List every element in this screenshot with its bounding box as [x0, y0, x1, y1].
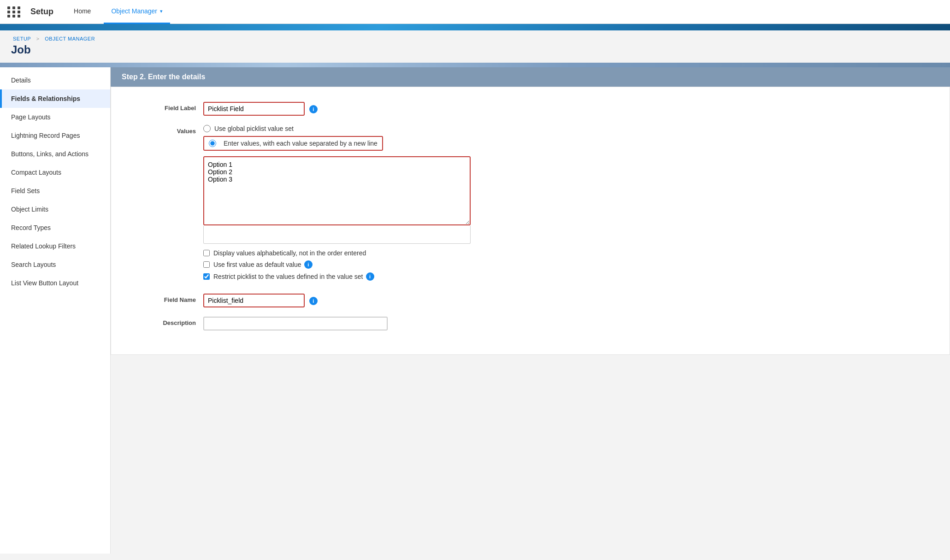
field-label-label: Field Label: [130, 102, 203, 112]
sidebar-item-buttons-links-actions[interactable]: Buttons, Links, and Actions: [0, 145, 110, 163]
description-input[interactable]: [203, 317, 388, 330]
sidebar-item-search-layouts[interactable]: Search Layouts: [0, 255, 110, 274]
sidebar-item-list-view-button-layout[interactable]: List View Button Layout: [0, 274, 110, 292]
description-row: Description: [130, 317, 931, 330]
checkbox-restrict-picklist-input[interactable]: [203, 273, 210, 280]
app-name: Setup: [30, 7, 53, 17]
checkbox-restrict-picklist[interactable]: Restrict picklist to the values defined …: [203, 272, 931, 281]
sub-banner: [0, 63, 950, 67]
top-banner: [0, 24, 950, 30]
app-launcher-icon[interactable]: [7, 6, 21, 18]
radio-enter-values[interactable]: [209, 140, 216, 147]
sidebar-item-details[interactable]: Details: [0, 71, 110, 89]
sidebar-item-compact-layouts[interactable]: Compact Layouts: [0, 163, 110, 182]
field-name-input[interactable]: [203, 294, 305, 307]
step-header: Step 2. Enter the details: [111, 67, 950, 87]
sidebar-item-related-lookup-filters[interactable]: Related Lookup Filters: [0, 237, 110, 255]
radio-selected-container: Enter values, with each value separated …: [203, 136, 383, 151]
nav-tab-home[interactable]: Home: [66, 0, 98, 24]
checkbox-restrict-picklist-info-icon[interactable]: i: [366, 272, 374, 281]
field-label-input[interactable]: [203, 102, 305, 116]
radio-option-global-picklist[interactable]: Use global picklist value set: [203, 125, 931, 132]
breadcrumb: SETUP > OBJECT MANAGER: [11, 36, 939, 41]
field-name-info-icon[interactable]: i: [309, 297, 318, 305]
checkbox-alphabetical-input[interactable]: [203, 250, 210, 256]
field-label-info-icon[interactable]: i: [309, 105, 318, 113]
checkbox-first-default[interactable]: Use first value as default value i: [203, 260, 931, 269]
form-area: Field Label i Values Use global picklist…: [111, 87, 950, 355]
radio-option-enter-values[interactable]: Enter values, with each value separated …: [203, 136, 931, 151]
chevron-down-icon: ▾: [160, 8, 163, 14]
sidebar-item-object-limits[interactable]: Object Limits: [0, 200, 110, 218]
sidebar-item-field-sets[interactable]: Field Sets: [0, 182, 110, 200]
checkbox-options: Display values alphabetically, not in th…: [203, 249, 931, 281]
picklist-textarea-extension: [203, 225, 471, 244]
main-layout: Details Fields & Relationships Page Layo…: [0, 67, 950, 554]
checkbox-first-default-info-icon[interactable]: i: [304, 260, 313, 269]
checkbox-alphabetical[interactable]: Display values alphabetically, not in th…: [203, 249, 931, 257]
picklist-values-textarea[interactable]: Option 1 Option 2 Option 3: [203, 156, 471, 225]
field-name-control: i: [203, 294, 931, 307]
field-name-label: Field Name: [130, 294, 203, 303]
content-area: Step 2. Enter the details Field Label i …: [111, 67, 950, 554]
top-navigation: Setup Home Object Manager ▾: [0, 0, 950, 24]
description-label: Description: [130, 317, 203, 326]
page-title: Job: [11, 43, 939, 56]
checkbox-first-default-input[interactable]: [203, 261, 210, 268]
breadcrumb-area: SETUP > OBJECT MANAGER Job: [0, 30, 950, 63]
values-row: Values Use global picklist value set Ent…: [130, 125, 931, 284]
sidebar: Details Fields & Relationships Page Layo…: [0, 67, 111, 554]
values-label: Values: [130, 125, 203, 135]
field-name-row: Field Name i: [130, 294, 931, 307]
values-control: Use global picklist value set Enter valu…: [203, 125, 931, 284]
sidebar-item-page-layouts[interactable]: Page Layouts: [0, 108, 110, 126]
field-label-control: i: [203, 102, 931, 116]
field-label-row: Field Label i: [130, 102, 931, 116]
nav-tab-object-manager[interactable]: Object Manager ▾: [104, 0, 170, 24]
description-control: [203, 317, 931, 330]
sidebar-item-record-types[interactable]: Record Types: [0, 218, 110, 237]
picklist-textarea-container: Option 1 Option 2 Option 3: [203, 156, 931, 244]
sidebar-item-fields-relationships[interactable]: Fields & Relationships: [0, 89, 110, 108]
sidebar-item-lightning-record-pages[interactable]: Lightning Record Pages: [0, 126, 110, 145]
radio-global-picklist[interactable]: [203, 125, 211, 132]
